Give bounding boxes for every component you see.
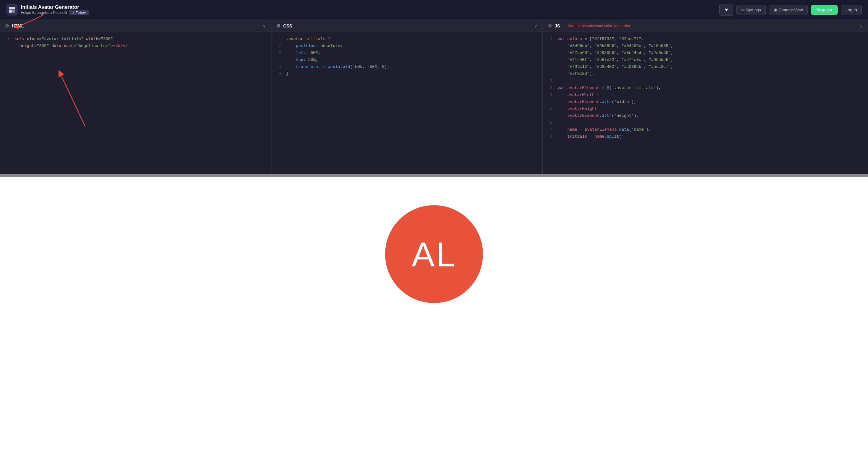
css-line-1: 1 .avatar-initials {	[277, 36, 537, 42]
html-title-label: HTML	[12, 23, 24, 28]
js-line-4: 4 avatarWidth =	[548, 92, 863, 98]
css-line-3: 3 left: 50%;	[277, 50, 537, 57]
app-subtitle: Felipe Evangelista Pucinelli	[21, 10, 67, 15]
css-panel-title: ⚙ CSS	[277, 23, 292, 28]
css-line-2: 2 position: absolute;	[277, 42, 537, 50]
js-line-1d: "#f1c40f", "#e67e22", "#e74c3c", "#95a5a…	[548, 57, 863, 63]
svg-rect-2	[9, 10, 12, 12]
app-subtitle-row: Felipe Evangelista Pucinelli + Follow	[21, 10, 89, 15]
avatar-initials: AL	[411, 234, 457, 274]
svg-line-4	[60, 73, 85, 127]
css-gear-icon: ⚙	[277, 23, 281, 28]
js-panel-title: ⚙ JS Add the hexadecimal color you prefe…	[548, 23, 630, 28]
follow-button[interactable]: + Follow	[69, 10, 89, 15]
css-panel-header: ⚙ CSS ∨	[272, 20, 542, 32]
css-line-5: 5 transform: translate3d(-50%, -50%, 0);	[277, 63, 537, 70]
js-gear-icon: ⚙	[548, 23, 552, 28]
js-line-3: 3 var avatarElement = $('.avatar-initial…	[548, 85, 863, 92]
js-code-content[interactable]: 1 var colors = ["#ff5733", "#2ecc71", "#…	[543, 32, 868, 174]
html-dropdown-arrow[interactable]: ∨	[262, 23, 266, 28]
login-button[interactable]: Log In	[841, 5, 862, 15]
preview-area: AL	[0, 177, 868, 332]
js-panel-header: ⚙ JS Add the hexadecimal color you prefe…	[543, 20, 868, 32]
svg-rect-0	[9, 7, 12, 9]
js-line-1e: "#f39c12", "#d35400", "#c0392b", "#bdc3c…	[548, 63, 863, 70]
js-line-5: 5 avatarHeight =	[548, 105, 863, 112]
app-logo: Initials Avatar Generator Felipe Evangel…	[6, 4, 89, 16]
js-dropdown-arrow[interactable]: ∨	[860, 23, 863, 28]
app-title: Initials Avatar Generator	[21, 4, 89, 10]
css-line-6: 6 }	[277, 70, 537, 78]
html-line-1: 1 <div class="avatar-initials" width="30…	[5, 36, 266, 42]
svg-rect-1	[12, 7, 15, 9]
logo-icon	[6, 4, 18, 16]
html-gear-icon: ⚙	[5, 23, 9, 28]
area-divider	[0, 174, 868, 177]
js-line-5b: avatarElement.attr('height'),	[548, 112, 863, 119]
html-code-content[interactable]: 1 <div class="avatar-initials" width="30…	[0, 32, 271, 174]
change-view-button[interactable]: ▣ Change View	[769, 5, 808, 15]
code-editor-area: ⚙ HTML ∨ 1 <div class="avatar-initials" …	[0, 20, 868, 174]
js-annotation-text: Add the hexadecimal color you prefer	[567, 24, 630, 28]
js-line-1f: "#7f8c8d"];	[548, 70, 863, 78]
js-line-2: 2	[548, 78, 863, 85]
js-line-4b: avatarElement.attr('width'),	[548, 98, 863, 105]
html-panel-header: ⚙ HTML ∨	[0, 20, 271, 32]
js-line-7: 7 name = avatarElement.data('name'),	[548, 126, 863, 133]
css-code-content[interactable]: 1 .avatar-initials { 2 position: absolut…	[272, 32, 542, 174]
js-line-8: 8 initials = name.split('	[548, 133, 863, 140]
signup-button[interactable]: Sign Up	[811, 5, 838, 15]
css-line-4: 4 top: 50%;	[277, 57, 537, 63]
html-panel: ⚙ HTML ∨ 1 <div class="avatar-initials" …	[0, 20, 272, 174]
app-title-block: Initials Avatar Generator Felipe Evangel…	[21, 4, 89, 15]
heart-button[interactable]: ♥	[719, 4, 733, 16]
js-line-1: 1 var colors = ["#ff5733", "#2ecc71",	[548, 36, 863, 42]
css-title-label: CSS	[283, 23, 292, 28]
js-panel: ⚙ JS Add the hexadecimal color you prefe…	[543, 20, 868, 174]
js-title-label: JS	[555, 23, 560, 28]
html-panel-title: ⚙ HTML	[5, 23, 24, 28]
heart-icon: ♥	[725, 7, 728, 12]
js-line-1b: "#3498db", "#9b59b6", "#34495e", "#16a08…	[548, 42, 863, 50]
settings-button[interactable]: ⚙ Settings	[736, 5, 766, 15]
header-actions: ♥ ⚙ Settings ▣ Change View Sign Up Log I…	[719, 4, 862, 16]
html-arrow-annotation	[19, 44, 126, 127]
js-line-1c: "#27ae60", "#2980b9", "#8e44ad", "#2c3e5…	[548, 50, 863, 57]
css-panel: ⚙ CSS ∨ 1 .avatar-initials { 2 position:…	[272, 20, 543, 174]
css-dropdown-arrow[interactable]: ∨	[534, 23, 537, 28]
svg-rect-3	[12, 10, 15, 12]
html-line-2: height="300" data-name="Angelica Luz"></…	[5, 42, 266, 50]
avatar-circle: AL	[385, 205, 483, 303]
js-line-6: 6	[548, 119, 863, 126]
app-header: Initials Avatar Generator Felipe Evangel…	[0, 0, 868, 20]
